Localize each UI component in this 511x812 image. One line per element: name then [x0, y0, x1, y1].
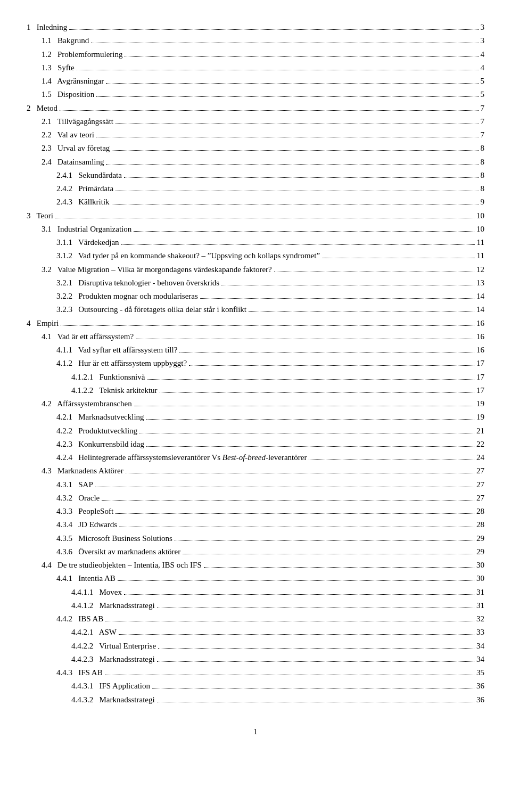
- toc-entry-page: 16: [476, 317, 484, 330]
- toc-entry-dots: [309, 460, 474, 460]
- toc-entry-page: 4: [481, 48, 485, 61]
- toc-entry: 4.3.6 Översikt av marknadens aktörer29: [27, 546, 484, 558]
- toc-entry: 2.4 Datainsamling8: [27, 156, 484, 168]
- toc-entry-label: 1.4 Avgränsningar: [42, 75, 104, 87]
- toc-entry-dots: [146, 446, 474, 447]
- toc-entry-page: 4: [481, 62, 485, 74]
- toc-entry-label: 4.4.1 Intentia AB: [56, 572, 116, 585]
- toc-entry-label: 4.1.1 Vad syftar ett affärssystem till?: [56, 344, 177, 356]
- toc-entry-page: 14: [476, 290, 484, 302]
- toc-entry-label: 3.2.2 Produkten mognar och modulariseras: [56, 290, 198, 302]
- toc-entry-dots: [112, 150, 478, 151]
- toc-entry-page: 21: [476, 425, 484, 437]
- toc-entry: 4.2.3 Konkurrensbild idag22: [27, 438, 484, 450]
- toc-entry-page: 27: [476, 479, 484, 491]
- toc-entry-page: 10: [476, 223, 484, 235]
- toc-entry: 4.3.4 JD Edwards28: [27, 519, 484, 531]
- toc-entry-label: 3.1.2 Vad tyder på en kommande shakeout?…: [56, 250, 320, 262]
- toc-entry: 4.1 Vad är ett affärssystem?16: [27, 331, 484, 343]
- toc-entry-page: 31: [476, 600, 484, 612]
- toc-entry: 4.3 Marknadens Aktörer27: [27, 465, 484, 477]
- toc-entry-dots: [200, 298, 474, 299]
- toc-entry-dots: [157, 702, 474, 702]
- toc-entry-dots: [274, 272, 474, 272]
- toc-entry-page: 10: [476, 210, 484, 222]
- toc-entry-dots: [102, 500, 474, 501]
- toc-entry-page: 28: [476, 519, 484, 531]
- toc-entry: 4.4.3 IFS AB35: [27, 667, 484, 679]
- toc-entry: 4.1.2.1 Funktionsnivå17: [27, 371, 484, 383]
- toc-entry: 2.2 Val av teori7: [27, 129, 484, 141]
- toc-entry-dots: [147, 379, 474, 380]
- toc-entry-page: 29: [476, 546, 484, 558]
- toc-entry: 4.4.1 Intentia AB30: [27, 572, 484, 585]
- toc-entry-dots: [152, 688, 474, 688]
- toc-entry: 4.3.3 PeopleSoft28: [27, 505, 484, 518]
- toc-entry-label: 4.4 De tre studieobjekten – Intentia, IB…: [42, 559, 202, 571]
- toc-entry-label: 3 Teori: [27, 210, 53, 222]
- toc-entry-page: 34: [476, 640, 484, 652]
- toc-entry: 4.4.2.2 Virtual Enterprise34: [27, 640, 484, 652]
- toc-entry-page: 24: [476, 452, 484, 464]
- toc-entry: 2.3 Urval av företag8: [27, 142, 484, 154]
- toc-entry-dots: [60, 110, 479, 111]
- toc-entry-label: 4.4.2.3 Marknadsstrategi: [71, 653, 155, 666]
- toc-entry-dots: [95, 487, 474, 487]
- toc-entry-label: 2.2 Val av teori: [42, 129, 94, 141]
- toc-entry-dots: [175, 540, 474, 541]
- toc-entry-label: 4.2.3 Konkurrensbild idag: [56, 438, 144, 450]
- toc-entry-dots: [125, 56, 478, 57]
- toc-entry-label: 3.2 Value Migration – Vilka är morgondag…: [42, 264, 272, 276]
- toc-entry: 3.2.3 Outsourcing - då företagets olika …: [27, 304, 484, 316]
- toc-entry: 4.1.1 Vad syftar ett affärssystem till?1…: [27, 344, 484, 356]
- toc-entry: 4.3.5 Microsoft Business Solutions29: [27, 532, 484, 545]
- toc-entry-dots: [119, 527, 474, 527]
- toc-entry: 4.2.4 Helintegrerade affärssystemslevera…: [27, 452, 484, 464]
- toc-entry-dots: [106, 83, 478, 84]
- toc-entry-label: 4.3.1 SAP: [56, 479, 93, 491]
- toc-entry-label: 3.2.3 Outsourcing - då företagets olika …: [56, 304, 246, 316]
- toc-entry: 4.3.2 Oracle27: [27, 492, 484, 504]
- toc-entry: 4.4.3.2 Marknadsstrategi36: [27, 694, 484, 706]
- toc-entry-page: 12: [476, 264, 484, 276]
- toc-entry-page: 29: [476, 532, 484, 545]
- toc-entry: 3.2.2 Produkten mognar och modulariseras…: [27, 290, 484, 302]
- toc-entry-dots: [146, 419, 474, 420]
- toc-entry-label: 4.2.1 Marknadsutveckling: [56, 411, 144, 423]
- toc-entry-dots: [126, 473, 474, 473]
- toc-entry-dots: [160, 392, 474, 393]
- page-number-footer: 1: [27, 727, 484, 736]
- toc-entry: 4 Empiri16: [27, 317, 484, 330]
- toc-entry-page: 22: [476, 438, 484, 450]
- toc-entry-page: 17: [476, 357, 484, 370]
- toc-entry: 1.2 Problemformulering4: [27, 48, 484, 61]
- toc-entry-dots: [91, 43, 478, 43]
- toc-entry-page: 28: [476, 505, 484, 518]
- toc-entry: 3 Teori10: [27, 210, 484, 222]
- toc-entry-page: 5: [481, 88, 485, 101]
- toc-entry-label: 4.4.3.1 IFS Application: [71, 680, 150, 692]
- toc-entry-label: 4.4.1.1 Movex: [71, 586, 122, 598]
- toc-entry: 3.1.2 Vad tyder på en kommande shakeout?…: [27, 250, 484, 262]
- toc-entry-page: 5: [481, 75, 485, 87]
- toc-entry-label: 4.2.2 Produktutveckling: [56, 425, 137, 437]
- toc-entry-dots: [136, 339, 474, 339]
- toc-entry-label: 4.4.3.2 Marknadsstrategi: [71, 694, 155, 706]
- toc-entry-page: 8: [481, 169, 485, 182]
- toc-entry-page: 17: [476, 384, 484, 397]
- toc-entry-page: 3: [481, 35, 485, 47]
- toc-entry-label: 4.1 Vad är ett affärssystem?: [42, 331, 134, 343]
- toc-entry: 1.1 Bakgrund3: [27, 35, 484, 47]
- toc-entry-label: 4.3.4 JD Edwards: [56, 519, 117, 531]
- toc-entry-label: 1 Inledning: [27, 21, 67, 34]
- toc-entry-dots: [183, 554, 474, 554]
- toc-entry-dots: [118, 580, 474, 581]
- toc-entry-dots: [116, 191, 478, 191]
- toc-entry: 3.2 Value Migration – Vilka är morgondag…: [27, 264, 484, 276]
- toc-entry-dots: [221, 285, 474, 285]
- toc-entry-label: 4.4.3 IFS AB: [56, 667, 103, 679]
- toc-entry: 1 Inledning3: [27, 21, 484, 34]
- toc-entry: 3.1.1 Värdekedjan11: [27, 236, 484, 249]
- toc-entry-label: 2.4.3 Källkritik: [56, 196, 110, 208]
- toc-entry-label: 4 Empiri: [27, 317, 59, 330]
